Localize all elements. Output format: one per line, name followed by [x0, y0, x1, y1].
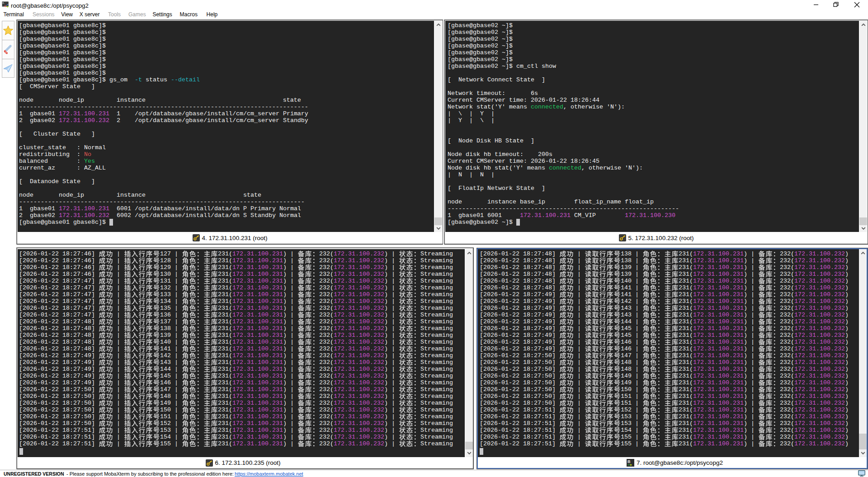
svg-text:B: B [627, 459, 631, 463]
